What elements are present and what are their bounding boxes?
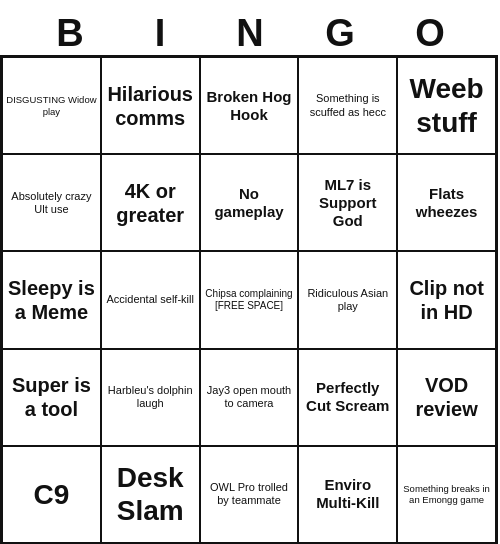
bingo-cell-0: DISGUSTING Widow play — [2, 57, 101, 154]
bingo-cell-6: 4K or greater — [101, 154, 200, 251]
letter-i: I — [115, 12, 205, 55]
bingo-header — [0, 0, 500, 8]
bingo-cell-7: No gameplay — [200, 154, 299, 251]
bingo-cell-4: Weeb stuff — [397, 57, 496, 154]
bingo-cell-2: Broken Hog Hook — [200, 57, 299, 154]
bingo-cell-1: Hilarious comms — [101, 57, 200, 154]
bingo-cell-16: Harbleu's dolphin laugh — [101, 349, 200, 446]
bingo-cell-12: Chipsa complaining [FREE SPACE] — [200, 251, 299, 348]
bingo-cell-3: Something is scuffed as hecc — [298, 57, 397, 154]
letter-g: G — [295, 12, 385, 55]
letter-n: N — [205, 12, 295, 55]
bingo-cell-15: Super is a tool — [2, 349, 101, 446]
bingo-cell-5: Absolutely crazy Ult use — [2, 154, 101, 251]
bingo-cell-23: Enviro Multi-Kill — [298, 446, 397, 543]
bingo-cell-21: Desk Slam — [101, 446, 200, 543]
bingo-cell-18: Perfectly Cut Scream — [298, 349, 397, 446]
bingo-cell-11: Accidental self-kill — [101, 251, 200, 348]
bingo-cell-17: Jay3 open mouth to camera — [200, 349, 299, 446]
bingo-cell-13: Ridiculous Asian play — [298, 251, 397, 348]
bingo-cell-9: Flats wheezes — [397, 154, 496, 251]
bingo-cell-10: Sleepy is a Meme — [2, 251, 101, 348]
bingo-cell-20: C9 — [2, 446, 101, 543]
bingo-cell-14: Clip not in HD — [397, 251, 496, 348]
bingo-cell-24: Something breaks in an Emongg game — [397, 446, 496, 543]
bingo-cell-19: VOD review — [397, 349, 496, 446]
letter-b: B — [25, 12, 115, 55]
bingo-cell-22: OWL Pro trolled by teammate — [200, 446, 299, 543]
letter-o: O — [385, 12, 475, 55]
bingo-grid: DISGUSTING Widow playHilarious commsBrok… — [0, 55, 498, 544]
bingo-cell-8: ML7 is Support God — [298, 154, 397, 251]
